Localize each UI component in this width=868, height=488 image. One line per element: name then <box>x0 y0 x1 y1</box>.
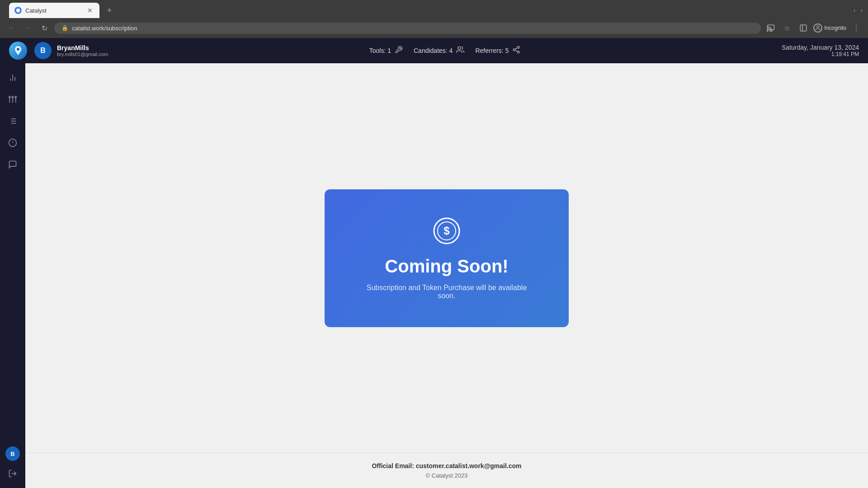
referrers-stat: Referrers: 5 <box>475 46 520 56</box>
sidebar-item-analytics[interactable] <box>4 69 22 87</box>
sidebar-item-tools[interactable] <box>4 90 22 108</box>
svg-point-9 <box>514 49 516 51</box>
header-stats: Tools: 1 Candidates: 4 Referrers: 5 <box>369 46 521 56</box>
forward-button[interactable]: → <box>22 22 34 34</box>
header-datetime: Saturday, January 13, 2024 1:19:41 PM <box>782 44 859 57</box>
app-container: B BryanMills bry.mills01@gmail.com Tools… <box>0 38 868 488</box>
svg-line-11 <box>515 50 518 52</box>
candidates-label: Candidates: 4 <box>414 47 453 54</box>
svg-point-22 <box>9 96 10 98</box>
user-avatar: B <box>34 42 52 59</box>
incognito-label: Incognito <box>824 25 846 31</box>
sidebar-user-avatar[interactable]: B <box>5 446 20 461</box>
menu-icon[interactable]: ⋮ <box>850 22 863 34</box>
tab-title: Catalyst <box>25 7 82 14</box>
sidebar-toggle-icon[interactable] <box>797 22 810 34</box>
sidebar-item-ideas[interactable] <box>4 134 22 152</box>
address-bar[interactable]: 🔒 catalist.work/subscription <box>54 23 761 34</box>
app-logo <box>9 42 27 60</box>
content-area: $ Coming Soon! Subscription and Token Pu… <box>25 63 868 488</box>
svg-point-2 <box>767 30 768 32</box>
header-date: Saturday, January 13, 2024 <box>782 44 859 51</box>
svg-point-6 <box>17 48 19 51</box>
browser-tab[interactable]: Catalyst ✕ <box>9 3 99 18</box>
footer-email: Official Email: customer.catalist.work@g… <box>34 462 859 469</box>
coming-soon-title: Coming Soon! <box>361 256 533 277</box>
tools-icon <box>395 46 403 56</box>
footer-email-value: customer.catalist.work@gmail.com <box>416 462 522 469</box>
svg-point-8 <box>518 47 520 49</box>
coming-soon-card: $ Coming Soon! Subscription and Token Pu… <box>325 189 569 327</box>
subscription-icon: $ <box>432 216 461 245</box>
tools-label: Tools: 1 <box>369 47 391 54</box>
url-text: catalist.work/subscription <box>72 25 754 32</box>
incognito-icon <box>813 23 822 33</box>
content-footer: Official Email: customer.catalist.work@g… <box>25 453 868 488</box>
footer-copyright: © Catalyst 2023 <box>34 472 859 479</box>
bookmark-icon[interactable]: ☆ <box>781 22 793 34</box>
cast-icon[interactable] <box>764 22 777 34</box>
card-icon: $ <box>361 216 533 245</box>
sidebar-item-messages[interactable] <box>4 155 22 174</box>
svg-rect-3 <box>801 25 807 31</box>
new-tab-button[interactable]: + <box>103 4 116 17</box>
svg-point-23 <box>12 96 13 98</box>
sidebar: B <box>0 63 25 488</box>
user-info: BryanMills bry.mills01@gmail.com <box>57 44 108 57</box>
candidates-icon <box>456 46 464 56</box>
referrers-icon <box>512 46 520 56</box>
svg-rect-1 <box>768 25 774 30</box>
reload-button[interactable]: ↻ <box>38 22 51 34</box>
sidebar-item-dashboard[interactable] <box>4 112 22 130</box>
svg-point-5 <box>817 26 819 28</box>
user-email: bry.mills01@gmail.com <box>57 52 108 57</box>
coming-soon-subtitle: Subscription and Token Purchase will be … <box>361 284 533 300</box>
user-name: BryanMills <box>57 44 108 52</box>
candidates-stat: Candidates: 4 <box>414 46 464 56</box>
tools-stat: Tools: 1 <box>369 46 403 56</box>
main-layout: B $ Coming Soon! <box>0 63 868 488</box>
svg-point-10 <box>518 51 520 53</box>
app-header: B BryanMills bry.mills01@gmail.com Tools… <box>0 38 868 63</box>
tab-favicon <box>14 7 22 14</box>
lock-icon: 🔒 <box>61 25 68 31</box>
header-time: 1:19:41 PM <box>782 51 859 57</box>
tab-arrow-left[interactable]: ‹ <box>852 5 857 15</box>
svg-text:$: $ <box>443 225 450 237</box>
browser-chrome: Catalyst ✕ + ‹ › ← → ↻ 🔒 catalist.work/s… <box>0 0 868 38</box>
svg-point-24 <box>15 96 16 98</box>
tab-arrow-right[interactable]: › <box>859 5 864 15</box>
back-button[interactable]: ← <box>5 22 18 34</box>
svg-point-7 <box>458 47 461 49</box>
svg-point-0 <box>16 9 20 12</box>
incognito-badge: Incognito <box>813 23 846 33</box>
footer-email-label: Official Email: <box>372 462 415 469</box>
svg-line-12 <box>515 48 518 49</box>
content-main: $ Coming Soon! Subscription and Token Pu… <box>25 63 868 453</box>
tab-close-button[interactable]: ✕ <box>86 6 94 14</box>
sidebar-item-logout[interactable] <box>4 465 22 483</box>
referrers-label: Referrers: 5 <box>475 47 509 54</box>
